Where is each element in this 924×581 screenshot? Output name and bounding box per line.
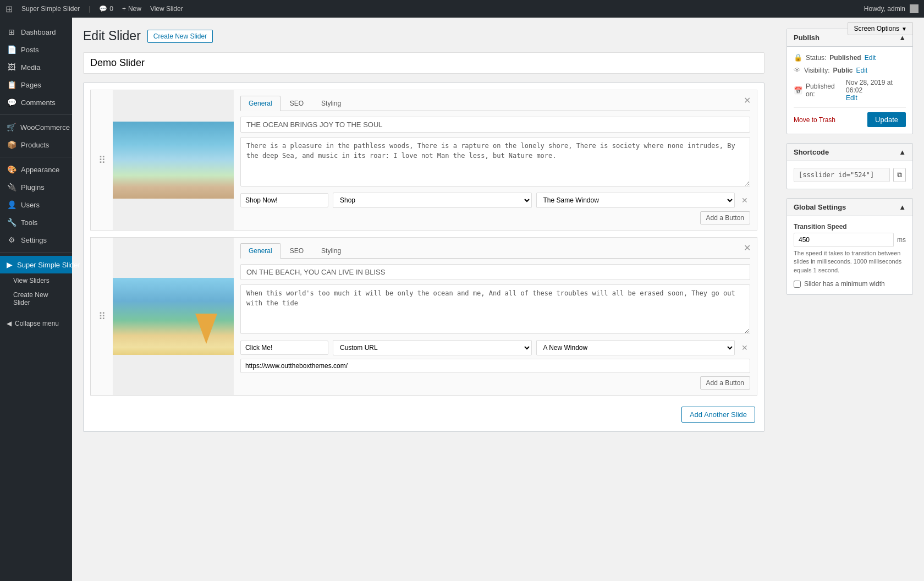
move-to-trash-link[interactable]: Move to Trash <box>794 116 835 124</box>
sidebar-item-woocommerce[interactable]: 🛒 WooCommerce <box>0 118 72 136</box>
visibility-icon: 👁 <box>794 66 801 74</box>
sidebar-item-users[interactable]: 👤 Users <box>0 196 72 213</box>
slide-heading-input[interactable] <box>240 117 750 133</box>
shortcode-input[interactable] <box>794 168 890 182</box>
transition-speed-row: Transition Speed ms The speed it takes t… <box>794 223 906 275</box>
wp-icon[interactable]: ⊞ <box>6 4 13 14</box>
shortcode-box-header[interactable]: Shortcode ▲ <box>787 144 912 161</box>
button-remove-icon[interactable]: ✕ <box>739 195 750 206</box>
button-url-input[interactable] <box>240 359 750 373</box>
comments-link[interactable]: 💬 0 <box>99 5 113 13</box>
slide-close-button[interactable]: ✕ <box>741 95 752 106</box>
sidebar-sub-view-sliders[interactable]: View Sliders <box>0 273 72 288</box>
sidebar-sub-create-new[interactable]: Create New Slider <box>0 288 72 310</box>
sidebar-item-products[interactable]: 📦 Products <box>0 136 72 154</box>
collapse-icon: ▲ <box>899 203 906 211</box>
chevron-down-icon: ▼ <box>901 26 907 32</box>
new-link[interactable]: + New <box>122 5 141 13</box>
update-button[interactable]: Update <box>867 112 906 127</box>
tab-general[interactable]: General <box>240 243 280 259</box>
view-slider-link[interactable]: View Slider <box>150 5 183 13</box>
collapse-icon: ▲ <box>899 148 906 156</box>
min-width-checkbox[interactable] <box>794 281 801 288</box>
sidebar-item-media[interactable]: 🖼 Media <box>0 58 72 76</box>
status-edit-link[interactable]: Edit <box>865 54 876 62</box>
published-edit-link[interactable]: Edit <box>846 94 857 102</box>
sidebar-item-super-simple-slider[interactable]: ▶ Super Simple Slider <box>0 256 72 273</box>
transition-speed-input[interactable] <box>794 233 894 247</box>
sidebar-item-pages[interactable]: 📋 Pages <box>0 76 72 94</box>
publish-box: Publish ▲ 🔒 Status: Published Edit 👁 Vis… <box>787 29 913 134</box>
sidebar-item-appearance[interactable]: 🎨 Appearance <box>0 161 72 178</box>
screen-options-button[interactable]: Screen Options ▼ <box>848 22 913 35</box>
add-button-link[interactable]: Add a Button <box>700 376 750 390</box>
sidebar-item-settings[interactable]: ⚙ Settings <box>0 231 72 249</box>
visibility-edit-link[interactable]: Edit <box>856 67 867 74</box>
shortcode-title: Shortcode <box>794 148 829 156</box>
sidebar-item-plugins[interactable]: 🔌 Plugins <box>0 178 72 196</box>
tab-styling[interactable]: Styling <box>313 243 349 258</box>
add-another-slide-button[interactable]: Add Another Slide <box>681 407 755 423</box>
global-settings-title: Global Settings <box>794 203 846 211</box>
sidebar-item-posts[interactable]: 📄 Posts <box>0 41 72 58</box>
button-window-select[interactable]: The Same Window A New Window <box>536 193 735 208</box>
create-new-slider-button[interactable]: Create New Slider <box>147 30 213 43</box>
tab-styling[interactable]: Styling <box>313 96 349 111</box>
global-settings-box-header[interactable]: Global Settings ▲ <box>787 199 912 216</box>
sidebar-item-comments[interactable]: 💬 Comments <box>0 94 72 111</box>
sidebar-item-label: WooCommerce <box>20 123 70 131</box>
shortcode-field: ⧉ <box>794 168 906 182</box>
slide-description-input[interactable]: There is a pleasure in the pathless wood… <box>240 137 750 187</box>
slider-title-input[interactable] <box>83 52 765 74</box>
copy-shortcode-button[interactable]: ⧉ <box>893 168 906 182</box>
add-button-container: Add a Button <box>240 376 750 390</box>
button-text-input[interactable] <box>240 341 328 355</box>
admin-avatar[interactable] <box>910 4 919 13</box>
visibility-label: Visibility: <box>804 67 829 74</box>
comment-icon: 💬 <box>99 5 107 13</box>
button-link-type-select[interactable]: Shop Custom URL Home Blog <box>333 340 532 355</box>
dashboard-icon: ⊞ <box>7 28 16 36</box>
slide-drag-handle[interactable]: ⠿ <box>91 90 113 230</box>
howdy-text: Howdy, admin <box>864 5 905 13</box>
slide-close-button[interactable]: ✕ <box>741 242 752 253</box>
tab-general[interactable]: General <box>240 96 280 111</box>
sidebar-item-label: Dashboard <box>21 28 56 36</box>
page-header: Edit Slider Create New Slider <box>83 29 765 43</box>
sidebar-item-dashboard[interactable]: ⊞ Dashboard <box>0 23 72 41</box>
users-icon: 👤 <box>7 200 16 209</box>
ms-label: ms <box>897 236 906 244</box>
visibility-row: 👁 Visibility: Public Edit <box>794 66 906 74</box>
tab-seo[interactable]: SEO <box>282 243 312 258</box>
collapse-label: Collapse menu <box>15 320 59 327</box>
sidebar-item-tools[interactable]: 🔧 Tools <box>0 213 72 231</box>
slide-description-input[interactable]: When this world's too much it will be on… <box>240 284 750 334</box>
min-width-label: Slider has a minimum width <box>804 280 885 288</box>
button-link-type-select[interactable]: Shop Custom URL Home Blog <box>333 193 532 208</box>
visibility-value: Public <box>833 67 853 74</box>
adminbar-sep: | <box>89 5 90 13</box>
sidebar-item-label: Users <box>21 201 40 209</box>
sidebar-divider-2 <box>0 157 72 157</box>
published-row: 📅 Published on: Nov 28, 2019 at 06:02 Ed… <box>794 79 906 102</box>
button-remove-icon[interactable]: ✕ <box>739 342 750 353</box>
slide-drag-handle[interactable]: ⠿ <box>91 238 113 395</box>
button-window-select[interactable]: The Same Window A New Window <box>536 340 735 355</box>
appearance-icon: 🎨 <box>7 165 16 174</box>
add-button-link[interactable]: Add a Button <box>700 211 750 224</box>
comments-icon: 💬 <box>7 98 16 107</box>
screen-options-label: Screen Options <box>854 25 899 32</box>
button-text-input[interactable] <box>240 193 328 207</box>
published-label: Published on: <box>806 83 843 98</box>
add-slide-row: Add Another Slide <box>90 402 757 425</box>
add-button-container: Add a Button <box>240 211 750 224</box>
status-icon: 🔒 <box>794 53 802 62</box>
products-icon: 📦 <box>7 140 16 149</box>
pages-icon: 📋 <box>7 80 16 89</box>
collapse-menu[interactable]: ◀ Collapse menu <box>0 315 72 332</box>
global-settings-box-content: Transition Speed ms The speed it takes t… <box>787 216 912 294</box>
tab-seo[interactable]: SEO <box>282 96 312 111</box>
slide-content: ✕ General SEO Styling When this world's … <box>234 238 757 395</box>
site-name[interactable]: Super Simple Slider <box>21 5 80 13</box>
slide-heading-input[interactable] <box>240 264 750 280</box>
